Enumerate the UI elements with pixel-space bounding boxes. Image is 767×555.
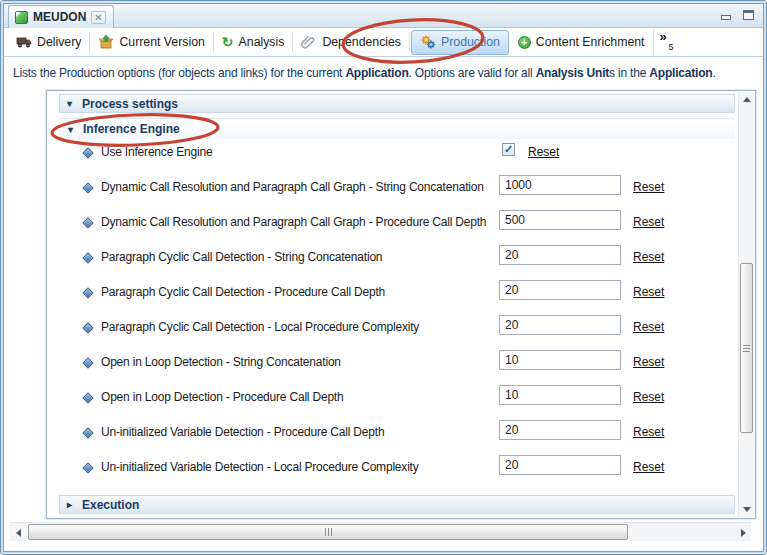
tab-dependencies[interactable]: Dependencies — [293, 28, 409, 57]
description-text: . — [712, 66, 715, 80]
vertical-scrollbar[interactable] — [738, 92, 754, 517]
chevron-right-icon: ▸ — [67, 499, 76, 510]
reset-link[interactable]: Reset — [633, 460, 664, 474]
horizontal-scrollbar-thumb[interactable] — [28, 524, 628, 540]
option-label: Paragraph Cyclic Call Detection - String… — [101, 250, 382, 264]
green-refresh-icon: ↻ — [222, 35, 234, 49]
arrow-left-icon — [16, 529, 21, 537]
reset-link[interactable]: Reset — [633, 215, 664, 229]
reset-link[interactable]: Reset — [633, 355, 664, 369]
option-label: Paragraph Cyclic Call Detection - Local … — [101, 320, 419, 334]
close-icon[interactable]: ✕ — [91, 11, 105, 24]
truck-icon — [16, 35, 32, 49]
tab-current-version[interactable]: Current Version — [90, 28, 212, 57]
option-value-input[interactable] — [499, 210, 621, 230]
scrollbar-grip-icon — [325, 528, 332, 536]
tab-analysis[interactable]: ↻ Analysis — [214, 28, 293, 57]
section-header-process-settings[interactable]: ▾ Process settings — [59, 94, 735, 113]
editor-tab-meudon[interactable]: MEUDON ✕ — [8, 5, 114, 28]
check-icon: ✓ — [504, 144, 513, 155]
reset-link[interactable]: Reset — [633, 425, 664, 439]
option-label: Dynamic Call Resolution and Paragraph Ca… — [101, 180, 484, 194]
chevron-right-icon: » — [660, 32, 667, 42]
description-bold: Analysis Unit — [536, 66, 609, 80]
scroll-right-button[interactable] — [735, 523, 751, 542]
overflow-count: 5 — [669, 42, 674, 52]
tab-production[interactable]: Production — [411, 30, 509, 55]
tab-label: Dependencies — [322, 35, 401, 49]
minimize-view-button[interactable] — [717, 8, 734, 22]
option-value-input[interactable] — [499, 175, 621, 195]
option-diamond-icon — [82, 322, 93, 333]
description-text: Lists the Production options (for object… — [13, 66, 345, 80]
section-header-execution[interactable]: ▸ Execution — [59, 495, 735, 514]
option-row: Open in Loop Detection - Procedure Call … — [47, 384, 737, 419]
option-row: Dynamic Call Resolution and Paragraph Ca… — [47, 209, 737, 244]
production-options-panel: ▾ Process settings ▾ Inference Engine Us… — [46, 90, 756, 519]
maximize-view-button[interactable] — [740, 8, 757, 22]
option-diamond-icon — [82, 287, 93, 298]
tab-label: Delivery — [37, 35, 81, 49]
option-value-input[interactable] — [499, 280, 621, 300]
option-diamond-icon — [82, 427, 93, 438]
section-label: Process settings — [82, 97, 178, 111]
horizontal-scrollbar[interactable] — [10, 522, 751, 541]
box-up-arrow-icon — [98, 35, 114, 49]
reset-link[interactable]: Reset — [633, 180, 664, 194]
paperclip-icon — [301, 35, 317, 49]
tab-overflow[interactable]: » 5 — [654, 32, 680, 52]
option-row: Paragraph Cyclic Call Detection - Local … — [47, 314, 737, 349]
option-value-input[interactable] — [499, 420, 621, 440]
scroll-left-button[interactable] — [10, 523, 26, 542]
tab-content-enrichment[interactable]: + Content Enrichment — [510, 28, 653, 57]
section-label: Inference Engine — [83, 122, 180, 136]
option-row: Paragraph Cyclic Call Detection - Proced… — [47, 279, 737, 314]
option-row: Un-initialized Variable Detection - Proc… — [47, 419, 737, 454]
options-rows: Use Inference Engine ✓ Reset Dynamic Cal… — [47, 139, 737, 489]
scroll-up-button[interactable] — [739, 92, 755, 107]
option-diamond-icon — [82, 217, 93, 228]
green-plus-icon: + — [518, 36, 531, 49]
option-value-input[interactable] — [499, 455, 621, 475]
editor-tabstrip: MEUDON ✕ — [4, 4, 763, 28]
tab-delivery[interactable]: Delivery — [8, 28, 89, 57]
description-bold: Application — [649, 66, 712, 80]
application-window: MEUDON ✕ Delivery Curre — [0, 0, 767, 555]
option-value-input[interactable] — [499, 315, 621, 335]
tab-label: Production — [441, 35, 500, 49]
option-value-input[interactable] — [499, 245, 621, 265]
option-diamond-icon — [82, 392, 93, 403]
arrow-right-icon — [741, 529, 746, 537]
option-value-input[interactable] — [499, 350, 621, 370]
arrow-up-icon — [743, 97, 751, 102]
section-header-inference-engine[interactable]: ▾ Inference Engine — [59, 118, 735, 139]
option-diamond-icon — [82, 252, 93, 263]
minimize-icon — [721, 15, 731, 20]
reset-link[interactable]: Reset — [633, 250, 664, 264]
option-row-use-inference-engine: Use Inference Engine ✓ Reset — [47, 139, 737, 174]
view-toolbar: Delivery Current Version ↻ Analysis Depe… — [4, 28, 763, 57]
option-diamond-icon — [82, 357, 93, 368]
arrow-down-icon — [743, 507, 751, 512]
use-inference-engine-checkbox[interactable]: ✓ — [502, 143, 515, 156]
option-value-input[interactable] — [499, 385, 621, 405]
scrollbar-grip-icon — [743, 345, 750, 352]
section-label: Execution — [82, 498, 139, 512]
reset-link[interactable]: Reset — [633, 390, 664, 404]
view-description: Lists the Production options (for object… — [4, 57, 763, 90]
description-text: s in the — [609, 66, 649, 80]
tab-label: Current Version — [119, 35, 204, 49]
reset-link[interactable]: Reset — [528, 145, 559, 159]
option-row: Dynamic Call Resolution and Paragraph Ca… — [47, 174, 737, 209]
chevron-down-icon: ▾ — [68, 124, 77, 135]
reset-link[interactable]: Reset — [633, 320, 664, 334]
option-row: Paragraph Cyclic Call Detection - String… — [47, 244, 737, 279]
scroll-down-button[interactable] — [739, 502, 755, 517]
vertical-scrollbar-thumb[interactable] — [740, 263, 753, 433]
application-file-icon — [15, 11, 28, 24]
option-diamond-icon — [82, 462, 93, 473]
reset-link[interactable]: Reset — [633, 285, 664, 299]
toolbar-separator — [409, 32, 410, 52]
option-label: Un-initialized Variable Detection - Proc… — [101, 425, 384, 439]
chevron-down-icon: ▾ — [67, 98, 76, 109]
